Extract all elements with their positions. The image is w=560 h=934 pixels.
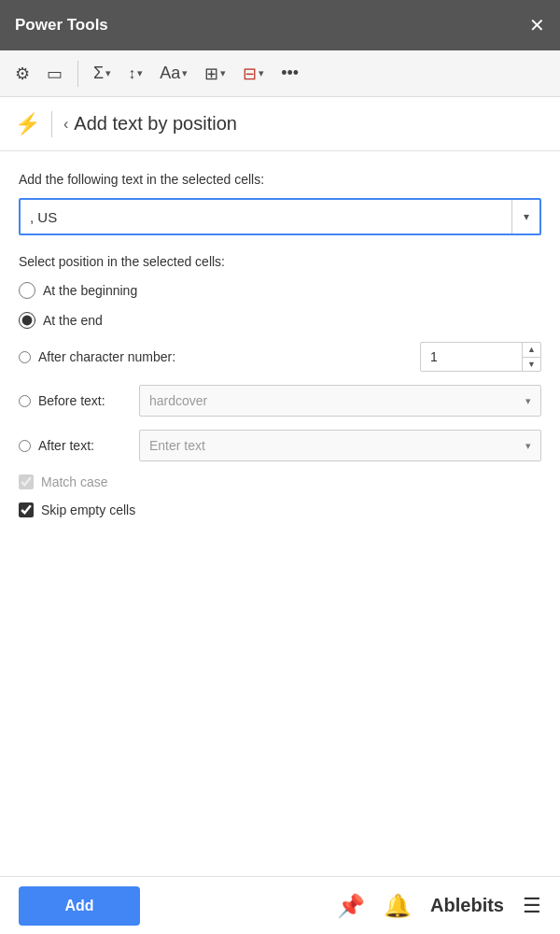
text-input-row: ▾	[19, 198, 541, 235]
text-icon: Aa	[160, 64, 180, 83]
radio-after-char-label: After character number:	[38, 349, 175, 364]
radio-beginning[interactable]	[19, 282, 35, 299]
back-button[interactable]: ‹	[63, 116, 68, 133]
match-case-label: Match case	[41, 474, 108, 489]
close-button[interactable]: ✕	[529, 16, 545, 35]
pin-icon[interactable]: 📌	[337, 893, 365, 919]
before-text-row: Before text: hardcover ▾	[19, 385, 541, 417]
skip-empty-row: Skip empty cells	[19, 502, 541, 517]
grid2-icon: ⊟	[243, 64, 257, 84]
spinner-up-button[interactable]: ▲	[523, 343, 540, 358]
after-text-arrow: ▾	[525, 440, 531, 452]
skip-empty-checkbox[interactable]	[19, 502, 34, 517]
title-bar-title: Power Tools	[15, 16, 108, 35]
spinner-down-button[interactable]: ▼	[523, 358, 540, 372]
toolbar-sep-1	[77, 61, 78, 87]
radio-end[interactable]	[19, 312, 35, 329]
tool-grid1-button[interactable]: ⊞ ▾	[199, 60, 231, 88]
after-text-row: After text: Enter text ▾	[19, 430, 541, 461]
grid2-caret: ▾	[259, 67, 264, 79]
grid1-icon: ⊞	[204, 64, 218, 84]
tool-text-button[interactable]: Aa ▾	[154, 60, 193, 87]
menu-icon[interactable]: ☰	[523, 894, 541, 918]
sum-caret: ▾	[105, 67, 111, 79]
before-text-value: hardcover	[149, 393, 207, 408]
footer-icons: 📌 🔔 Ablebits ☰	[337, 893, 541, 919]
header-divider	[51, 111, 52, 137]
radio-beginning-option: At the beginning	[19, 282, 541, 299]
alert-icon[interactable]: 🔔	[384, 893, 412, 919]
toolbar: ⚙ ▭ Σ ▾ ↕ ▾ Aa ▾ ⊞ ▾ ⊟ ▾ •••	[0, 50, 560, 97]
radio-before-text[interactable]	[19, 395, 31, 407]
after-text-dropdown[interactable]: Enter text ▾	[139, 430, 541, 461]
radio-end-label: At the end	[43, 313, 103, 328]
radio-after-char[interactable]	[19, 351, 31, 363]
before-text-arrow: ▾	[525, 395, 531, 407]
radio-end-option: At the end	[19, 312, 541, 329]
add-text-label: Add the following text in the selected c…	[19, 172, 541, 187]
text-input[interactable]	[21, 209, 511, 225]
tool-sum-button[interactable]: Σ ▾	[88, 60, 117, 87]
text-caret: ▾	[182, 67, 188, 79]
tool-rect-button[interactable]: ▭	[41, 60, 68, 88]
radio-before-text-label: Before text:	[38, 393, 132, 408]
char-number-row: After character number: 1 ▲ ▼	[19, 342, 541, 372]
spinner-buttons: ▲ ▼	[522, 343, 540, 371]
brand-name: Ablebits	[430, 895, 504, 916]
before-text-dropdown[interactable]: hardcover ▾	[139, 385, 541, 417]
add-button[interactable]: Add	[19, 886, 140, 926]
main-content: Add the following text in the selected c…	[0, 151, 560, 545]
skip-empty-label: Skip empty cells	[41, 502, 135, 517]
match-case-row: Match case	[19, 474, 541, 489]
title-bar: Power Tools ✕	[0, 0, 560, 50]
bolt-icon: ⚡	[15, 112, 40, 136]
radio-after-text-label: After text:	[38, 438, 132, 453]
match-case-checkbox[interactable]	[19, 474, 34, 489]
tool-sort-button[interactable]: ↕ ▾	[122, 62, 148, 86]
rect-icon: ▭	[47, 64, 63, 84]
tool-pin-button[interactable]: ⚙	[9, 60, 35, 88]
text-input-dropdown-button[interactable]: ▾	[511, 200, 539, 234]
tool-grid2-button[interactable]: ⊟ ▾	[237, 60, 270, 88]
grid1-caret: ▾	[220, 67, 226, 79]
char-spinner-value: 1	[421, 349, 522, 364]
page-title: Add text by position	[74, 113, 237, 134]
sum-icon: Σ	[93, 64, 104, 83]
after-text-value: Enter text	[149, 438, 205, 453]
char-spinner: 1 ▲ ▼	[420, 342, 541, 372]
more-icon: •••	[281, 64, 299, 83]
sort-caret: ▾	[137, 67, 143, 79]
radio-after-text[interactable]	[19, 440, 31, 452]
sort-icon: ↕	[128, 65, 135, 82]
pin-icon: ⚙	[15, 64, 30, 84]
footer: Add 📌 🔔 Ablebits ☰	[0, 876, 560, 934]
position-label: Select position in the selected cells:	[19, 254, 541, 269]
radio-beginning-label: At the beginning	[43, 283, 137, 298]
tool-more-button[interactable]: •••	[275, 60, 304, 87]
page-header: ⚡ ‹ Add text by position	[0, 97, 560, 151]
